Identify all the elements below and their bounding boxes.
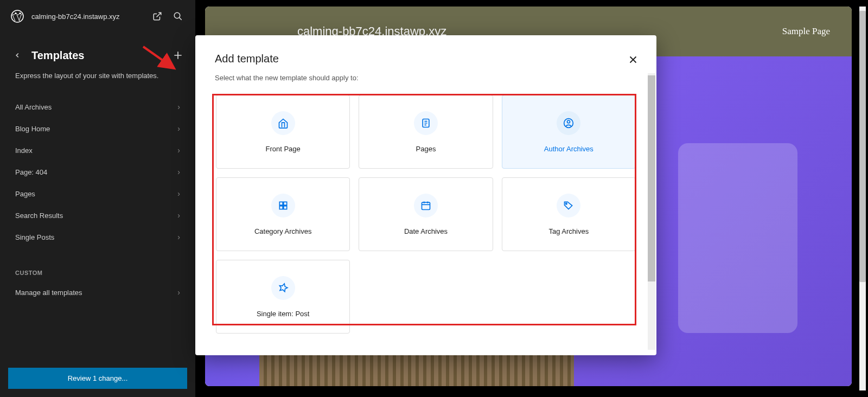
user-icon <box>557 111 580 135</box>
chevron-right-icon: › <box>177 146 180 155</box>
template-option-category-archives[interactable]: Category Archives <box>216 177 350 251</box>
card-label: Author Archives <box>544 145 593 153</box>
search-icon[interactable] <box>171 10 184 23</box>
sidebar-topbar: calming-bb7c24.instawp.xyz <box>0 0 195 33</box>
card-label: Front Page <box>266 145 301 153</box>
grid-icon <box>271 194 295 217</box>
preview-hero-card <box>678 143 797 333</box>
svg-point-9 <box>567 120 570 123</box>
tag-icon <box>557 194 580 217</box>
modal-subtitle: Select what the new template should appl… <box>195 72 656 91</box>
template-option-front-page[interactable]: Front Page <box>216 95 350 169</box>
add-template-modal: Add template Select what the new templat… <box>195 35 656 355</box>
add-template-button[interactable] <box>171 49 184 62</box>
svg-rect-14 <box>422 202 430 209</box>
card-label: Pages <box>416 145 436 153</box>
card-label: Category Archives <box>254 227 312 235</box>
template-option-tag-archives[interactable]: Tag Archives <box>502 177 636 251</box>
review-changes-button[interactable]: Review 1 change... <box>8 368 187 389</box>
template-options-grid: Front Page Pages Author Archives Categor… <box>215 91 637 338</box>
chevron-right-icon: › <box>177 233 180 241</box>
sidebar-item-all-archives[interactable]: All Archives› <box>0 96 195 118</box>
sidebar-item-page-404[interactable]: Page: 404› <box>0 161 195 183</box>
svg-point-18 <box>566 203 567 204</box>
custom-section-heading: CUSTOM <box>0 253 195 281</box>
close-button[interactable] <box>625 52 641 68</box>
templates-header: Templates <box>0 33 195 67</box>
svg-rect-11 <box>283 202 286 205</box>
chevron-right-icon: › <box>177 211 180 220</box>
modal-title: Add template <box>215 53 637 65</box>
modal-scrollbar[interactable] <box>647 73 656 350</box>
sidebar-item-index[interactable]: Index› <box>0 139 195 161</box>
template-option-date-archives[interactable]: Date Archives <box>359 177 493 251</box>
page-icon <box>414 111 438 135</box>
card-label: Date Archives <box>404 227 448 235</box>
template-option-single-item-post[interactable]: Single item: Post <box>216 260 350 334</box>
page-title: Templates <box>31 49 164 62</box>
svg-rect-12 <box>279 206 283 209</box>
sidebar-item-blog-home[interactable]: Blog Home› <box>0 118 195 139</box>
chevron-right-icon: › <box>177 189 180 198</box>
preview-menu-item[interactable]: Sample Page <box>782 26 830 37</box>
chevron-right-icon: › <box>177 168 180 176</box>
site-name: calming-bb7c24.instawp.xyz <box>31 12 143 21</box>
sidebar-item-search-results[interactable]: Search Results› <box>0 204 195 226</box>
back-button[interactable] <box>11 49 24 62</box>
preview-image-strip <box>259 354 574 386</box>
chevron-right-icon: › <box>177 288 180 297</box>
sidebar-item-single-posts[interactable]: Single Posts› <box>0 226 195 248</box>
template-option-pages[interactable]: Pages <box>359 95 493 169</box>
sidebar-item-pages[interactable]: Pages› <box>0 183 195 204</box>
template-list: All Archives› Blog Home› Index› Page: 40… <box>0 91 195 253</box>
open-site-icon[interactable] <box>151 10 164 23</box>
home-icon <box>271 111 295 135</box>
sidebar: calming-bb7c24.instawp.xyz Templates Exp… <box>0 0 195 397</box>
template-option-author-archives[interactable]: Author Archives <box>502 95 636 169</box>
sidebar-item-manage-all[interactable]: Manage all templates› <box>0 281 195 303</box>
modal-header: Add template <box>195 35 656 72</box>
card-label: Single item: Post <box>257 310 310 318</box>
preview-scrollbar[interactable] <box>858 7 868 390</box>
svg-rect-10 <box>279 202 283 205</box>
pin-icon <box>271 276 295 300</box>
chevron-right-icon: › <box>177 124 180 133</box>
chevron-right-icon: › <box>177 103 180 111</box>
calendar-icon <box>414 194 438 217</box>
svg-rect-13 <box>283 206 286 209</box>
wordpress-logo-icon[interactable] <box>11 10 24 23</box>
card-label: Tag Archives <box>548 227 589 235</box>
svg-point-1 <box>174 12 180 18</box>
sidebar-description: Express the layout of your site with tem… <box>0 67 195 91</box>
